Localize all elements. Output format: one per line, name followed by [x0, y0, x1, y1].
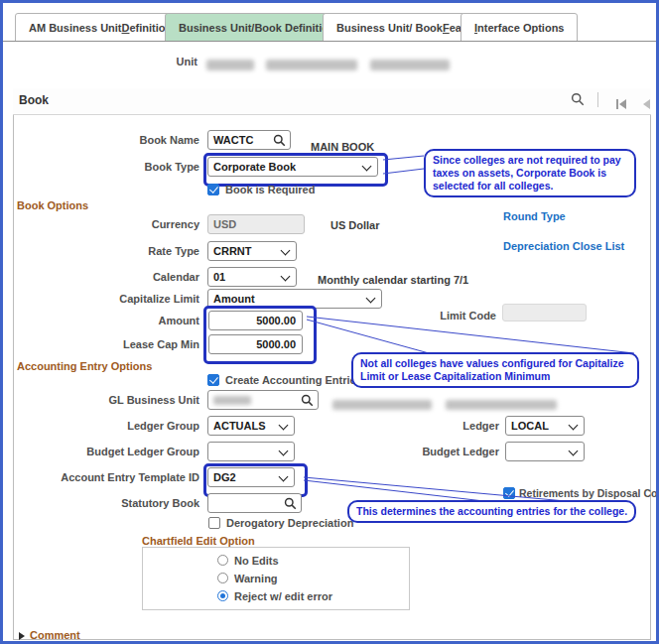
budget-ledger-group-label: Budget Ledger Group [13, 446, 199, 457]
previous-row-icon[interactable] [643, 95, 650, 113]
radio-warning-label: Warning [234, 573, 278, 584]
gl-business-unit-desc-redacted [332, 395, 557, 413]
round-type-link[interactable]: Round Type [503, 210, 566, 222]
chevron-down-icon [362, 162, 372, 172]
calendar-desc: Monthly calendar starting 7/1 [318, 274, 468, 286]
create-accounting-entries-checkbox[interactable] [207, 374, 219, 386]
book-name-input[interactable]: WACTC [207, 130, 291, 150]
first-row-icon[interactable] [616, 95, 626, 113]
redacted-text [213, 396, 251, 405]
radio-reject-w-edit-error[interactable] [217, 590, 228, 601]
capitalize-limit-value: Amount [213, 293, 255, 305]
chartfield-edit-option-header: Chartfield Edit Option [142, 535, 255, 547]
tab-label: AM Business Unit [29, 22, 122, 34]
depreciation-close-list-link[interactable]: Depreciation Close List [503, 240, 624, 252]
tab-business-unit-book-definition[interactable]: Business Unit/Book Definition [165, 13, 349, 42]
lease-cap-min-value: 5000.00 [256, 338, 296, 350]
book-options-section-header: Book Options [17, 199, 88, 211]
gl-business-unit-input[interactable] [207, 390, 319, 410]
retirements-by-disposal-code-checkbox[interactable] [503, 487, 515, 499]
tab-label: Business Unit/Book Definition [179, 22, 335, 34]
amount-label: Amount [13, 315, 199, 326]
accounting-entry-options-section-header: Accounting Entry Options [17, 360, 152, 372]
annotation-capitalize-limit: Not all colleges have values configured … [351, 352, 639, 388]
lease-cap-min-input[interactable]: 5000.00 [208, 334, 303, 354]
search-icon[interactable] [273, 134, 286, 149]
ledger-select[interactable]: LOCAL [505, 416, 585, 436]
gl-business-unit-label: GL Business Unit [13, 394, 199, 406]
search-icon[interactable] [301, 394, 314, 409]
chevron-down-icon [281, 272, 291, 282]
account-entry-template-id-select[interactable]: DG2 [207, 467, 295, 487]
book-name-value: WACTC [213, 134, 253, 146]
radio-no-edits[interactable] [217, 555, 228, 566]
amount-value: 5000.00 [256, 315, 296, 326]
book-section-title: Book [19, 93, 49, 107]
annotation-book-type: Since colleges are not required to pay t… [424, 149, 636, 197]
book-type-label: Book Type [13, 161, 199, 173]
chevron-down-icon [569, 447, 579, 456]
redacted-text [266, 60, 357, 70]
book-required-checkbox[interactable] [207, 184, 219, 195]
ledger-group-label: Ledger Group [13, 420, 199, 432]
account-entry-template-id-label: Account Entry Template ID [13, 471, 199, 483]
create-accounting-entries-label: Create Accounting Entries [225, 374, 362, 386]
ledger-group-select[interactable]: ACTUALS [207, 416, 295, 436]
calendar-value: 01 [213, 271, 225, 283]
derogatory-depreciation-checkbox[interactable] [208, 517, 220, 529]
currency-label: Currency [13, 218, 199, 230]
amount-input[interactable]: 5000.00 [208, 311, 303, 330]
calendar-select[interactable]: 01 [207, 267, 297, 287]
redacted-text [370, 60, 450, 70]
ledger-label: Ledger [380, 420, 499, 432]
statutory-book-label: Statutory Book [13, 497, 199, 509]
rate-type-select[interactable]: CRRNT [207, 241, 297, 261]
redacted-text [206, 60, 254, 70]
book-type-value: Corporate Book [213, 161, 296, 173]
chevron-down-icon [279, 447, 289, 456]
triangle-right-icon[interactable] [19, 632, 25, 640]
limit-code-label: Limit Code [340, 310, 496, 322]
tab-interface-options[interactable]: Interface Options [461, 13, 578, 42]
lease-cap-min-label: Lease Cap Min [13, 338, 199, 350]
chevron-down-icon [281, 246, 291, 256]
tab-am-business-unit-definition[interactable]: AM Business Unit Definition [15, 13, 186, 42]
rate-type-label: Rate Type [13, 245, 199, 257]
chevron-down-icon [279, 472, 289, 482]
chevron-down-icon [366, 294, 376, 304]
book-type-select[interactable]: Corporate Book [207, 157, 378, 177]
ledger-value: LOCAL [511, 420, 549, 432]
book-required-label: Book is Required [225, 184, 315, 195]
rate-type-value: CRRNT [213, 245, 252, 257]
account-entry-template-id-value: DG2 [213, 471, 236, 483]
main-book-note: MAIN BOOK [311, 141, 374, 153]
unit-value-redacted [206, 56, 450, 73]
currency-value: USD [213, 218, 236, 230]
unit-label: Unit [110, 56, 198, 67]
retirements-by-disposal-code-label: Retirements by Disposal Code [519, 487, 659, 499]
redacted-text [446, 400, 557, 410]
book-section-header [13, 88, 651, 115]
tab-bar-divider [3, 41, 656, 42]
currency-input: USD [207, 214, 305, 234]
tab-label: Business Unit/ Book [336, 22, 443, 34]
search-icon[interactable] [284, 497, 297, 512]
radio-reject-w-edit-error-label: Reject w/ edit error [234, 590, 332, 602]
budget-ledger-group-select[interactable] [207, 442, 295, 461]
capitalize-limit-select[interactable]: Amount [207, 289, 382, 309]
radio-no-edits-label: No Edits [234, 555, 279, 567]
header-divider [597, 92, 598, 107]
budget-ledger-select[interactable] [505, 442, 585, 461]
chevron-down-icon [569, 421, 579, 431]
ledger-group-value: ACTUALS [213, 420, 266, 432]
calendar-label: Calendar [13, 271, 199, 283]
limit-code-input [502, 304, 587, 322]
statutory-book-input[interactable] [207, 493, 302, 513]
radio-warning[interactable] [217, 573, 228, 583]
search-icon[interactable] [571, 92, 585, 110]
comment-expander[interactable]: Comment [30, 629, 80, 641]
redacted-text [332, 400, 432, 410]
currency-desc: US Dollar [330, 219, 380, 231]
annotation-account-entry-template: This determines the accounting entries f… [347, 500, 636, 523]
capitalize-limit-label: Capitalize Limit [13, 293, 199, 305]
